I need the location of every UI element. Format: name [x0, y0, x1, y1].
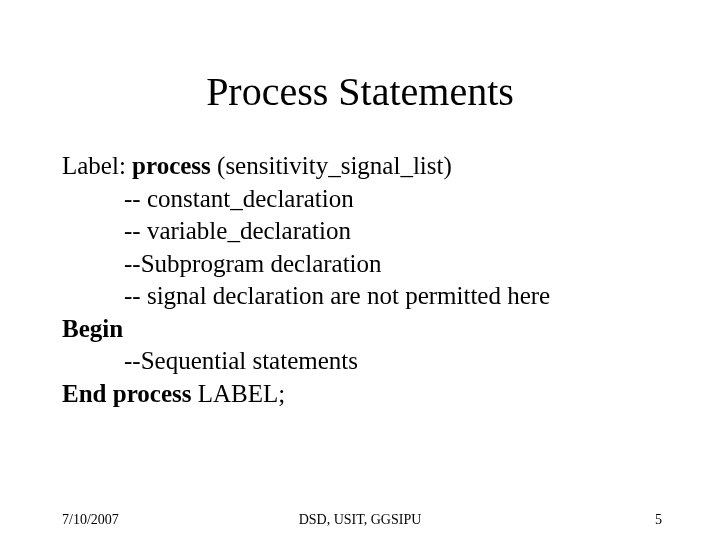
body-line-7: --Sequential statements	[62, 345, 662, 378]
line1-bold: process	[132, 152, 211, 179]
body-line-2: -- constant_declaration	[62, 183, 662, 216]
line6-bold: Begin	[62, 315, 123, 342]
body-line-6: Begin	[62, 313, 662, 346]
line8-suffix: LABEL;	[191, 380, 285, 407]
body-line-4: --Subprogram declaration	[62, 248, 662, 281]
slide: Process Statements Label: process (sensi…	[0, 0, 720, 540]
line8-bold: End process	[62, 380, 191, 407]
line1-prefix: Label:	[62, 152, 132, 179]
slide-body: Label: process (sensitivity_signal_list)…	[62, 150, 662, 410]
slide-title: Process Statements	[0, 68, 720, 115]
body-line-5: -- signal declaration are not permitted …	[62, 280, 662, 313]
footer-center: DSD, USIT, GGSIPU	[0, 512, 720, 528]
line1-suffix: (sensitivity_signal_list)	[211, 152, 452, 179]
body-line-8: End process LABEL;	[62, 378, 662, 411]
body-line-3: -- variable_declaration	[62, 215, 662, 248]
body-line-1: Label: process (sensitivity_signal_list)	[62, 150, 662, 183]
footer-page-number: 5	[655, 512, 662, 528]
